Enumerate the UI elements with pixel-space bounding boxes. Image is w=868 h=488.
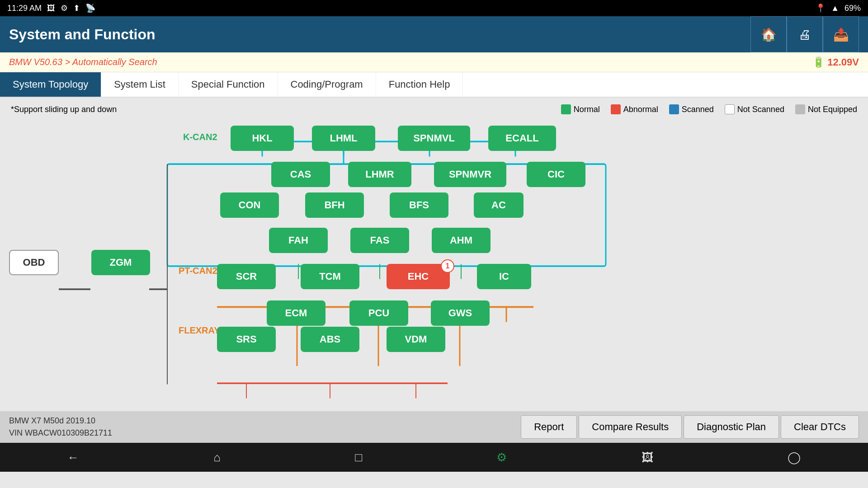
node-con[interactable]: CON bbox=[220, 192, 279, 218]
node-vdm[interactable]: VDM bbox=[387, 327, 445, 352]
image-icon: 🖼 bbox=[47, 4, 55, 13]
node-ecall[interactable]: ECALL bbox=[488, 126, 556, 151]
header: System and Function 🏠 🖨 📤 bbox=[0, 16, 868, 52]
report-button[interactable]: Report bbox=[521, 415, 577, 439]
flexray-label: FLEXRAY bbox=[179, 325, 220, 336]
page-title: System and Function bbox=[9, 26, 156, 43]
node-srs[interactable]: SRS bbox=[217, 327, 276, 352]
recent-apps-icon[interactable]: □ bbox=[355, 450, 362, 465]
support-text: *Support sliding up and down bbox=[11, 105, 117, 114]
exit-button[interactable]: 📤 bbox=[823, 16, 859, 52]
browser-icon[interactable]: ◯ bbox=[788, 450, 801, 465]
not-scanned-dot bbox=[725, 104, 735, 114]
node-ehc[interactable]: EHC 1 bbox=[387, 264, 450, 289]
kcan2-label: K-CAN2 bbox=[183, 132, 217, 142]
back-icon[interactable]: ← bbox=[67, 450, 79, 465]
node-ahm[interactable]: AHM bbox=[432, 228, 491, 253]
legend-abnormal: Abnormal bbox=[611, 104, 658, 114]
node-lhml[interactable]: LHML bbox=[312, 126, 375, 151]
diagram-area: K-CAN2 PT-CAN2 FLEXRAY HKL LHML SPNMVL E… bbox=[0, 121, 868, 411]
breadcrumb: BMW V50.63 > Automatically Search bbox=[9, 57, 157, 67]
legend-bar: *Support sliding up and down Normal Abno… bbox=[0, 98, 868, 121]
bottom-bar: BMW X7 M50d 2019.10 VIN WBACW010309B2171… bbox=[0, 411, 868, 443]
node-zgm[interactable]: ZGM bbox=[91, 250, 150, 275]
status-bar-right: 📍 ▲ 69% bbox=[816, 3, 861, 13]
node-obd[interactable]: OBD bbox=[9, 250, 59, 275]
app-icon-1[interactable]: ⚙ bbox=[496, 450, 507, 465]
tab-system-topology[interactable]: System Topology bbox=[0, 72, 101, 97]
node-spnmvl[interactable]: SPNMVL bbox=[398, 126, 470, 151]
time-display: 11:29 AM bbox=[7, 4, 42, 13]
node-ic[interactable]: IC bbox=[477, 264, 531, 289]
vehicle-vin: VIN WBACW010309B21711 bbox=[9, 427, 112, 439]
tab-function-help[interactable]: Function Help bbox=[376, 72, 463, 97]
gallery-icon[interactable]: 🖼 bbox=[642, 450, 653, 465]
ptcan2-label: PT-CAN2 bbox=[179, 266, 217, 276]
battery-icon: 🔋 bbox=[812, 56, 825, 68]
node-tcm[interactable]: TCM bbox=[301, 264, 359, 289]
tab-system-list[interactable]: System List bbox=[101, 72, 179, 97]
node-gws[interactable]: GWS bbox=[431, 300, 490, 326]
normal-label: Normal bbox=[574, 105, 600, 114]
legend-scanned: Scanned bbox=[669, 104, 714, 114]
ehc-badge: 1 bbox=[441, 259, 454, 273]
node-hkl[interactable]: HKL bbox=[231, 126, 294, 151]
scanned-dot bbox=[669, 104, 679, 114]
header-buttons: 🏠 🖨 📤 bbox=[750, 16, 859, 52]
node-spnmvr[interactable]: SPNMVR bbox=[434, 162, 506, 187]
abnormal-dot bbox=[611, 104, 621, 114]
node-abs[interactable]: ABS bbox=[301, 327, 359, 352]
scanned-label: Scanned bbox=[682, 105, 714, 114]
not-equipped-label: Not Equipped bbox=[808, 105, 857, 114]
node-cas[interactable]: CAS bbox=[271, 162, 330, 187]
home-nav-icon[interactable]: ⌂ bbox=[213, 450, 221, 465]
tab-special-function[interactable]: Special Function bbox=[179, 72, 278, 97]
location-icon: 📍 bbox=[816, 3, 826, 13]
vehicle-model: BMW X7 M50d 2019.10 bbox=[9, 415, 112, 427]
battery-display: 69% bbox=[844, 4, 861, 13]
node-pcu[interactable]: PCU bbox=[349, 300, 408, 326]
breadcrumb-bar: BMW V50.63 > Automatically Search 🔋 12.0… bbox=[0, 52, 868, 72]
not-equipped-dot bbox=[795, 104, 805, 114]
not-scanned-label: Not Scanned bbox=[737, 105, 784, 114]
compare-results-button[interactable]: Compare Results bbox=[579, 415, 682, 439]
legend-not-scanned: Not Scanned bbox=[725, 104, 784, 114]
node-fas[interactable]: FAS bbox=[350, 228, 409, 253]
node-bfh[interactable]: BFH bbox=[305, 192, 364, 218]
node-bfs[interactable]: BFS bbox=[390, 192, 448, 218]
home-button[interactable]: 🏠 bbox=[750, 16, 787, 52]
legend-normal: Normal bbox=[561, 104, 600, 114]
node-scr[interactable]: SCR bbox=[217, 264, 276, 289]
node-ecm[interactable]: ECM bbox=[267, 300, 326, 326]
wifi-icon: ▲ bbox=[831, 4, 839, 13]
voltage-display: 🔋 12.09V bbox=[812, 56, 859, 68]
diagnostic-plan-button[interactable]: Diagnostic Plan bbox=[684, 415, 779, 439]
node-cic[interactable]: CIC bbox=[527, 162, 585, 187]
status-bar-left: 11:29 AM 🖼 ⚙ ⬆ 📡 bbox=[7, 3, 95, 13]
upload-icon: ⬆ bbox=[73, 3, 80, 13]
tabs-bar: System Topology System List Special Func… bbox=[0, 72, 868, 98]
vehicle-info: BMW X7 M50d 2019.10 VIN WBACW010309B2171… bbox=[9, 415, 112, 439]
legend-not-equipped: Not Equipped bbox=[795, 104, 857, 114]
legend-items: Normal Abnormal Scanned Not Scanned Not … bbox=[561, 104, 857, 114]
node-fah[interactable]: FAH bbox=[269, 228, 328, 253]
nav-bar: ← ⌂ □ ⚙ 🖼 ◯ bbox=[0, 443, 868, 472]
print-button[interactable]: 🖨 bbox=[787, 16, 823, 52]
tab-coding-program[interactable]: Coding/Program bbox=[278, 72, 376, 97]
status-bar: 11:29 AM 🖼 ⚙ ⬆ 📡 📍 ▲ 69% bbox=[0, 0, 868, 16]
normal-dot bbox=[561, 104, 571, 114]
clear-dtcs-button[interactable]: Clear DTCs bbox=[781, 415, 859, 439]
settings-icon: ⚙ bbox=[61, 3, 68, 13]
bottom-buttons: Report Compare Results Diagnostic Plan C… bbox=[521, 415, 859, 439]
antenna-icon: 📡 bbox=[85, 3, 95, 13]
node-lhmr[interactable]: LHMR bbox=[348, 162, 411, 187]
abnormal-label: Abnormal bbox=[623, 105, 658, 114]
node-ac[interactable]: AC bbox=[474, 192, 524, 218]
voltage-value: 12.09V bbox=[827, 56, 859, 68]
